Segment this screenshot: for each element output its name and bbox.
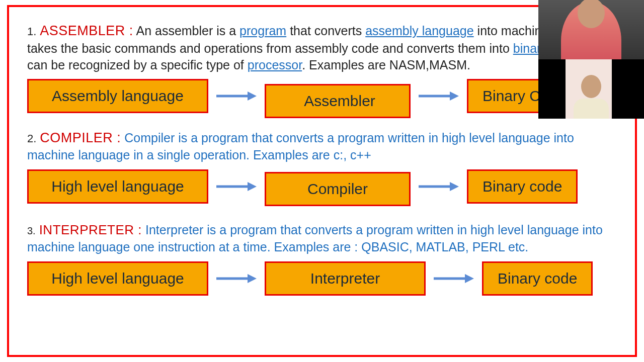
section-number: 2.: [27, 132, 36, 145]
svg-marker-3: [450, 92, 459, 101]
participant-video-1[interactable]: [538, 0, 644, 59]
video-thumbnails: [538, 0, 644, 119]
interpreter-flow: High level language Interpreter Binary c…: [27, 259, 617, 298]
link-processor[interactable]: processor: [248, 58, 302, 72]
assembler-flow: Assembly language Assembler Binary Code: [27, 76, 617, 116]
assembler-heading: ASSEMBLER :: [40, 23, 133, 38]
interpreter-heading: INTERPRETER :: [39, 222, 142, 237]
arrow-icon: [419, 88, 459, 104]
person-body-icon: [574, 99, 609, 119]
link-assembly-language[interactable]: assembly language: [365, 24, 473, 38]
assembler-paragraph: 1. ASSEMBLER : An assembler is a program…: [27, 22, 617, 73]
flow-box-binary-code: Binary code: [482, 261, 593, 296]
arrow-icon: [216, 271, 257, 286]
svg-marker-9: [248, 274, 257, 283]
flow-box-binary-code: Binary code: [467, 169, 578, 204]
flow-box-interpreter: Interpreter: [265, 261, 426, 296]
person-head-icon: [581, 75, 601, 98]
flow-box-assembler: Assembler: [265, 84, 411, 118]
arrow-icon: [419, 179, 459, 194]
participant-video-2[interactable]: [538, 59, 644, 119]
arrow-icon: [216, 88, 257, 104]
svg-marker-11: [465, 274, 474, 283]
section-number: 3.: [27, 225, 36, 236]
flow-box-compiler: Compiler: [265, 172, 411, 206]
link-program[interactable]: program: [239, 24, 286, 38]
section-number: 1.: [27, 25, 36, 38]
svg-marker-5: [248, 182, 257, 191]
interpreter-paragraph: 3. INTERPRETER : Interpreter is a progra…: [27, 221, 617, 256]
flow-box-high-level-language: High level language: [27, 169, 208, 204]
text: . Examples are NASM,MASM.: [302, 58, 470, 72]
flow-box-assembly-language: Assembly language: [27, 79, 208, 113]
svg-marker-7: [450, 182, 459, 191]
arrow-icon: [216, 179, 257, 194]
compiler-flow: High level language Compiler Binary code: [27, 167, 617, 206]
compiler-heading: COMPILER :: [40, 130, 121, 145]
flow-box-high-level-language: High level language: [27, 261, 208, 296]
arrow-icon: [434, 271, 474, 286]
svg-marker-1: [248, 92, 257, 101]
compiler-paragraph: 2. COMPILER : Compiler is a program that…: [27, 129, 617, 164]
text: that converts: [286, 24, 365, 38]
text: An assembler is a: [136, 24, 239, 38]
